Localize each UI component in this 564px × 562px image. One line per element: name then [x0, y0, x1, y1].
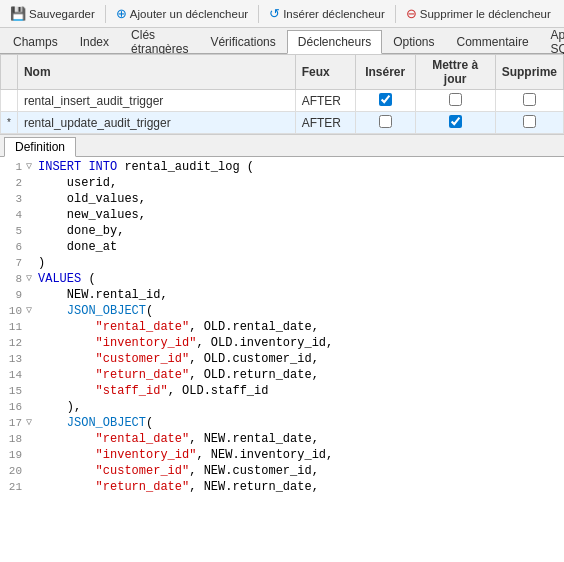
- line-number: 15: [4, 383, 26, 399]
- trigger-name-2[interactable]: rental_update_audit_trigger: [17, 112, 295, 134]
- code-content: "staff_id", NEW.staff_id: [38, 495, 560, 497]
- col-inserer: Insérer: [355, 55, 415, 90]
- add-trigger-button[interactable]: ⊕ Ajouter un déclencheur: [110, 4, 254, 23]
- save-button[interactable]: 💾 Sauvegarder: [4, 4, 101, 23]
- code-content: userid,: [38, 175, 560, 191]
- trigger-mettre-1: [415, 90, 495, 112]
- code-line: 22 "staff_id", NEW.staff_id: [4, 495, 560, 497]
- code-content: VALUES (: [38, 271, 560, 287]
- checkbox-mettre-2[interactable]: [449, 115, 462, 128]
- definition-tab[interactable]: Definition: [4, 137, 76, 157]
- separator-2: [258, 5, 259, 23]
- tab-commentaire[interactable]: Commentaire: [446, 29, 540, 53]
- code-line: 18 "rental_date", NEW.rental_date,: [4, 431, 560, 447]
- checkbox-supprime-1[interactable]: [523, 93, 536, 106]
- code-content: "customer_id", OLD.customer_id,: [38, 351, 560, 367]
- code-content: JSON_OBJECT(: [38, 415, 560, 431]
- line-number: 1: [4, 159, 26, 175]
- code-line: 7): [4, 255, 560, 271]
- code-line: 9 NEW.rental_id,: [4, 287, 560, 303]
- checkbox-inserer-1[interactable]: [379, 93, 392, 106]
- fold-icon[interactable]: ▽: [26, 271, 38, 287]
- code-line: 19 "inventory_id", NEW.inventory_id,: [4, 447, 560, 463]
- table-row: rental_insert_audit_trigger AFTER: [1, 90, 564, 112]
- insert-trigger-button[interactable]: ↺ Insérer déclencheur: [263, 4, 391, 23]
- code-line: 6 done_at: [4, 239, 560, 255]
- code-area[interactable]: 1▽INSERT INTO rental_audit_log (2 userid…: [0, 157, 564, 497]
- line-number: 20: [4, 463, 26, 479]
- line-number: 18: [4, 431, 26, 447]
- line-number: 19: [4, 447, 26, 463]
- delete-trigger-button[interactable]: ⊖ Supprimer le déclencheur: [400, 4, 557, 23]
- row-marker-1: [1, 90, 18, 112]
- line-number: 6: [4, 239, 26, 255]
- trigger-inserer-1: [355, 90, 415, 112]
- trigger-inserer-2: [355, 112, 415, 134]
- code-content: done_by,: [38, 223, 560, 239]
- line-number: 11: [4, 319, 26, 335]
- definition-panel: Definition 1▽INSERT INTO rental_audit_lo…: [0, 135, 564, 562]
- code-content: done_at: [38, 239, 560, 255]
- code-content: "rental_date", NEW.rental_date,: [38, 431, 560, 447]
- tab-cles[interactable]: Clés étrangères: [120, 29, 199, 53]
- code-content: old_values,: [38, 191, 560, 207]
- tab-champs[interactable]: Champs: [2, 29, 69, 53]
- main-tabs: Champs Index Clés étrangères Vérificatio…: [0, 28, 564, 54]
- code-content: "inventory_id", NEW.inventory_id,: [38, 447, 560, 463]
- tab-index[interactable]: Index: [69, 29, 120, 53]
- col-nom: Nom: [17, 55, 295, 90]
- code-content: "inventory_id", OLD.inventory_id,: [38, 335, 560, 351]
- line-number: 16: [4, 399, 26, 415]
- line-number: 8: [4, 271, 26, 287]
- code-content: "rental_date", OLD.rental_date,: [38, 319, 560, 335]
- trigger-supprime-1: [495, 90, 563, 112]
- save-icon: 💾: [10, 6, 26, 21]
- code-line: 20 "customer_id", NEW.customer_id,: [4, 463, 560, 479]
- definition-tab-row: Definition: [0, 135, 564, 157]
- add-trigger-label: Ajouter un déclencheur: [130, 8, 248, 20]
- fold-icon[interactable]: ▽: [26, 303, 38, 319]
- code-content: INSERT INTO rental_audit_log (: [38, 159, 560, 175]
- code-line: 5 done_by,: [4, 223, 560, 239]
- code-content: "return_date", OLD.return_date,: [38, 367, 560, 383]
- separator-3: [395, 5, 396, 23]
- line-number: 2: [4, 175, 26, 191]
- tab-declencheurs[interactable]: Déclencheurs: [287, 30, 382, 54]
- col-feux: Feux: [295, 55, 355, 90]
- line-number: 17: [4, 415, 26, 431]
- line-number: 9: [4, 287, 26, 303]
- col-mettre: Mettre à jour: [415, 55, 495, 90]
- code-line: 11 "rental_date", OLD.rental_date,: [4, 319, 560, 335]
- fold-icon[interactable]: ▽: [26, 159, 38, 175]
- line-number: 22: [4, 495, 26, 497]
- trigger-name-1[interactable]: rental_insert_audit_trigger: [17, 90, 295, 112]
- delete-icon: ⊖: [406, 6, 417, 21]
- checkbox-inserer-2[interactable]: [379, 115, 392, 128]
- trigger-supprime-2: [495, 112, 563, 134]
- code-content: NEW.rental_id,: [38, 287, 560, 303]
- trigger-feux-2: AFTER: [295, 112, 355, 134]
- separator-1: [105, 5, 106, 23]
- code-line: 13 "customer_id", OLD.customer_id,: [4, 351, 560, 367]
- code-content: new_values,: [38, 207, 560, 223]
- code-line: 17▽ JSON_OBJECT(: [4, 415, 560, 431]
- code-line: 2 userid,: [4, 175, 560, 191]
- trigger-feux-1: AFTER: [295, 90, 355, 112]
- trigger-mettre-2: [415, 112, 495, 134]
- tab-verifications[interactable]: Vérifications: [199, 29, 286, 53]
- line-number: 4: [4, 207, 26, 223]
- delete-trigger-label: Supprimer le déclencheur: [420, 8, 551, 20]
- tab-apercu[interactable]: Aperçu SQL: [540, 29, 564, 53]
- checkbox-supprime-2[interactable]: [523, 115, 536, 128]
- fold-icon[interactable]: ▽: [26, 415, 38, 431]
- trigger-table: Nom Feux Insérer Mettre à jour Supprime …: [0, 54, 564, 134]
- line-number: 5: [4, 223, 26, 239]
- code-line: 3 old_values,: [4, 191, 560, 207]
- code-line: 16 ),: [4, 399, 560, 415]
- checkbox-mettre-1[interactable]: [449, 93, 462, 106]
- code-content: "return_date", NEW.return_date,: [38, 479, 560, 495]
- add-icon: ⊕: [116, 6, 127, 21]
- tab-options[interactable]: Options: [382, 29, 445, 53]
- code-line: 21 "return_date", NEW.return_date,: [4, 479, 560, 495]
- code-content: ): [38, 255, 560, 271]
